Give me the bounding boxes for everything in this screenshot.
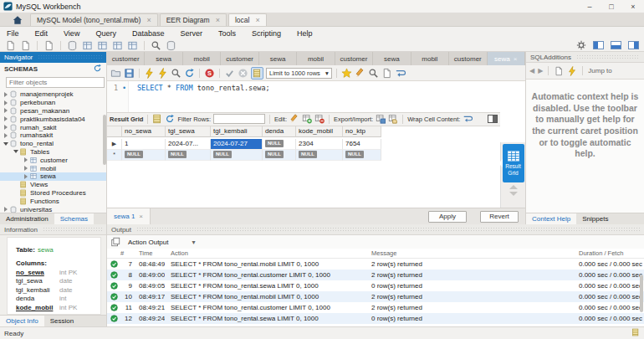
wrap-cell-icon[interactable] (463, 114, 473, 124)
refresh-schemas-icon[interactable] (93, 64, 102, 73)
tab-object-info[interactable]: Object Info (0, 316, 44, 326)
output-row[interactable]: 1208:49:24SELECT * FROM tono_rental.sewa… (107, 313, 644, 324)
column-header-tgl-sewa[interactable]: tgl_sewa (166, 126, 211, 137)
close-icon[interactable]: × (146, 16, 151, 24)
open-file-icon[interactable] (110, 68, 121, 79)
cell-denda[interactable]: NULL (263, 150, 296, 161)
schema-item-rumahsakit[interactable]: rumahsakit (0, 131, 106, 140)
column-header-no-ktp[interactable]: no_ktp (343, 126, 381, 137)
result-tab-customer[interactable]: customer (335, 52, 373, 65)
close-icon[interactable]: × (255, 16, 259, 24)
tab-mysql-model[interactable]: MySQL Model (tono_rental.mwb)× (30, 13, 158, 26)
delete-row-icon[interactable] (314, 114, 325, 124)
chevron-down-icon[interactable] (509, 192, 518, 196)
tab-context-help[interactable]: Context Help (526, 213, 576, 224)
table-item-mobil[interactable]: mobil (0, 164, 106, 172)
edit-cell-icon[interactable] (289, 114, 299, 124)
output-scrollbar[interactable] (640, 275, 643, 312)
export-recordset-icon[interactable] (376, 114, 386, 124)
navigator-scrollbar[interactable] (103, 115, 106, 165)
invisible-characters-icon[interactable] (381, 68, 392, 79)
column-header-kode-mobil[interactable]: kode_mobil (296, 126, 343, 137)
wrap-text-icon[interactable] (395, 68, 406, 79)
menu-help[interactable]: Help (295, 29, 314, 38)
back-icon[interactable]: ◀ (529, 67, 534, 74)
home-tab[interactable] (5, 13, 30, 26)
rollback-icon[interactable] (238, 68, 248, 79)
output-row[interactable]: 808:49:00SELECT * FROM tono_rental.custo… (107, 270, 644, 280)
menu-database[interactable]: Database (130, 29, 166, 38)
toggle-sidebar-icon[interactable] (488, 115, 498, 123)
result-tab-customer[interactable]: customer (107, 52, 145, 65)
reconnect-db-icon[interactable] (166, 40, 176, 51)
toggle-automatic-help-icon[interactable] (567, 66, 577, 76)
schema-item-praktikumbasisdata04[interactable]: praktikumbasisdata04 (0, 115, 106, 123)
column-header-no-sewa[interactable]: no_sewa (122, 126, 166, 137)
result-tab-sewa[interactable]: sewa (373, 52, 411, 65)
jump-to-button[interactable]: Jump to (588, 67, 611, 74)
limit-rows-select[interactable]: Limit to 1000 rows▾ (266, 68, 332, 79)
sql-code-editor[interactable]: 1 • SELECT * FROM tono_rental.sewa; (107, 81, 525, 112)
close-button[interactable]: × (622, 0, 644, 13)
new-query-tab-icon[interactable] (5, 40, 16, 51)
execute-query-icon[interactable] (144, 68, 155, 79)
cell-tgl-kembali-selected[interactable]: 2024-07-27 (211, 139, 263, 150)
create-procedure-icon[interactable] (112, 40, 123, 51)
revert-button[interactable]: Revert (480, 211, 519, 223)
schema-item-tono-rental[interactable]: tono_rental (0, 140, 106, 148)
refresh-grid-icon[interactable] (165, 114, 175, 124)
close-icon[interactable]: × (139, 213, 143, 220)
apply-button[interactable]: Apply (428, 211, 467, 223)
tab-local[interactable]: local× (228, 13, 267, 26)
tab-schemas[interactable]: Schemas (54, 213, 94, 224)
schema-item-pesan-makanan[interactable]: pesan_makanan (0, 107, 106, 116)
document-properties-icon[interactable] (43, 40, 54, 51)
cell-tgl-kembali[interactable]: NULL (211, 150, 263, 161)
toggle-stop-on-error-icon[interactable] (204, 68, 215, 79)
result-set-tab-sewa1[interactable]: sewa 1× (107, 208, 151, 224)
explain-query-icon[interactable] (171, 68, 181, 79)
forward-icon[interactable]: ▶ (538, 67, 543, 74)
menu-server[interactable]: Server (178, 29, 204, 38)
tree-folder-tables[interactable]: Tables (0, 148, 106, 157)
col-number[interactable]: # (120, 249, 124, 257)
result-tab-customer[interactable]: customer (449, 52, 487, 65)
result-tab-mobil[interactable]: mobil (411, 52, 449, 65)
close-icon[interactable]: × (216, 16, 220, 24)
tab-eer-diagram[interactable]: EER Diagram× (160, 13, 227, 26)
maximize-button[interactable]: □ (601, 0, 622, 13)
menu-tools[interactable]: Tools (217, 29, 238, 38)
cell-no-ktp[interactable]: 7654 (343, 139, 381, 150)
schema-item-rumah-sakit[interactable]: rumah_sakit (0, 123, 106, 131)
toggle-bottom-panel-button[interactable] (611, 41, 621, 49)
col-action[interactable]: Action (171, 249, 188, 257)
cell-no-sewa[interactable]: NULL (122, 150, 166, 161)
schema-item-perkebunan[interactable]: perkebunan (0, 99, 106, 107)
col-message[interactable]: Message (371, 249, 396, 257)
output-row[interactable]: 708:48:49SELECT * FROM tono_rental.mobil… (107, 259, 644, 270)
table-item-customer[interactable]: customer (0, 156, 106, 164)
output-row[interactable]: 1008:49:17SELECT * FROM tono_rental.mobi… (107, 291, 644, 302)
result-tab-customer[interactable]: customer (221, 52, 258, 65)
toggle-left-sidebar-button[interactable] (593, 41, 604, 49)
cell-tgl-sewa[interactable]: NULL (166, 150, 211, 161)
cell-kode-mobil[interactable]: NULL (296, 150, 343, 161)
cell-no-sewa[interactable]: 1 (122, 139, 166, 150)
context-help-icon[interactable] (554, 66, 564, 76)
preferences-gear-icon[interactable] (576, 40, 586, 50)
commit-icon[interactable] (224, 68, 235, 79)
col-duration[interactable]: Duration / Fetch (579, 249, 623, 257)
create-schema-icon[interactable] (67, 40, 78, 51)
create-view-icon[interactable] (97, 40, 108, 51)
col-time[interactable]: Time (139, 249, 152, 257)
column-header-denda[interactable]: denda (263, 126, 296, 137)
minimize-button[interactable]: – (579, 0, 601, 13)
tree-folder-views[interactable]: Views (0, 181, 106, 189)
filter-objects-input[interactable] (6, 77, 105, 88)
tree-folder-stored-procedures[interactable]: Stored Procedures (0, 189, 106, 198)
execute-current-statement-icon[interactable] (157, 68, 168, 79)
output-row[interactable]: 908:49:05SELECT * FROM tono_rental.sewa … (107, 280, 644, 291)
toggle-autocommit-button[interactable] (251, 67, 263, 80)
open-sql-file-icon[interactable] (20, 40, 31, 51)
chevron-up-icon[interactable] (509, 185, 518, 189)
